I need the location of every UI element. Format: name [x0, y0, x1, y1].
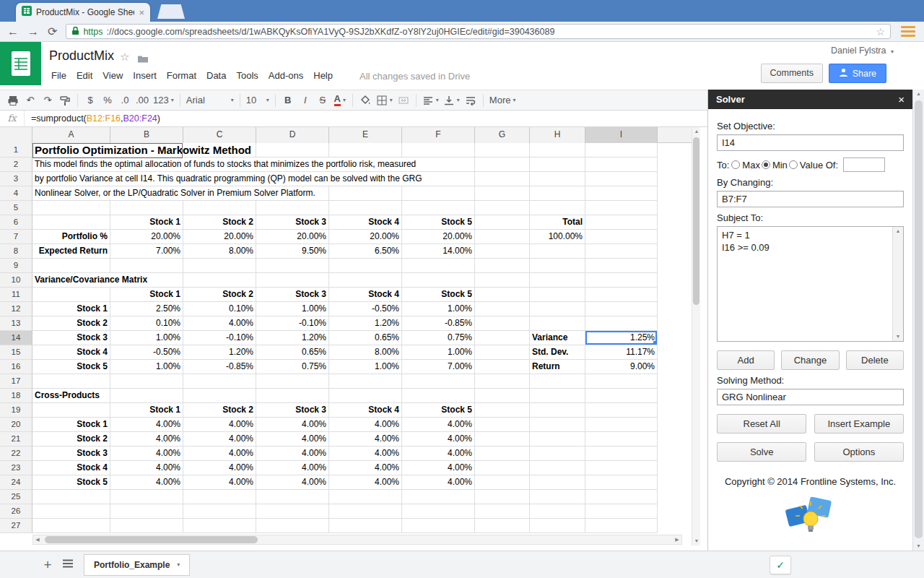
cell-C25[interactable] [183, 490, 256, 504]
comments-button[interactable]: Comments [761, 64, 823, 83]
cell-E8[interactable]: 6.50% [329, 244, 402, 259]
row-header-10[interactable]: 10 [0, 273, 32, 288]
redo-icon[interactable]: ↷ [39, 92, 56, 108]
cell-F8[interactable]: 14.00% [402, 244, 475, 259]
scroll-up-icon[interactable]: ▲ [913, 90, 924, 98]
value-of-input[interactable] [843, 158, 885, 172]
cell-I23[interactable] [585, 461, 658, 475]
increase-decimal-button[interactable]: .00 [134, 92, 151, 108]
cell-G18[interactable] [475, 389, 530, 403]
cell-E12[interactable]: -0.50% [329, 302, 402, 316]
cell-B21[interactable]: 4.00% [110, 432, 183, 447]
cell-H17[interactable] [530, 374, 585, 389]
cell-D27[interactable] [256, 519, 329, 533]
cell-H6[interactable]: Total [530, 215, 585, 230]
constraints-list[interactable]: H7 = 1I16 >= 0.09 ▲ ▼ [717, 226, 904, 342]
cell-D11[interactable]: Stock 3 [256, 288, 329, 302]
user-menu[interactable]: Daniel Fylstra ▾ [831, 46, 894, 56]
cell-F18[interactable] [402, 389, 475, 403]
decrease-decimal-button[interactable]: .0 [116, 92, 134, 108]
row-header-23[interactable]: 23 [0, 461, 32, 475]
print-icon[interactable] [4, 92, 22, 108]
cell-H16[interactable]: Return [530, 360, 585, 374]
text-color-button[interactable]: A▾ [331, 92, 349, 108]
cell-C14[interactable]: -0.10% [183, 331, 256, 345]
cell-H5[interactable] [530, 201, 585, 215]
cell-C19[interactable]: Stock 2 [183, 403, 256, 418]
cell-E26[interactable] [329, 504, 402, 519]
cell-F1[interactable] [402, 143, 475, 158]
cell-I27[interactable] [585, 519, 658, 533]
cell-F9[interactable] [402, 259, 475, 273]
menu-view[interactable]: View [97, 68, 128, 83]
cell-C21[interactable]: 4.00% [183, 432, 256, 447]
cell-C24[interactable]: 4.00% [183, 475, 256, 490]
cell-F21[interactable]: 4.00% [402, 432, 475, 447]
cell-B16[interactable]: 1.00% [110, 360, 183, 374]
row-header-20[interactable]: 20 [0, 418, 32, 432]
cell-H10[interactable] [530, 273, 585, 288]
cell-E18[interactable] [329, 389, 402, 403]
cell-C15[interactable]: 1.20% [183, 345, 256, 360]
cell-F10[interactable] [402, 273, 475, 288]
cell-I13[interactable] [585, 316, 658, 331]
cell-H3[interactable] [530, 172, 585, 186]
cell-C7[interactable]: 20.00% [183, 230, 256, 244]
column-header-B[interactable]: B [110, 127, 183, 143]
cell-A23[interactable]: Stock 4 [32, 461, 110, 475]
row-header-3[interactable]: 3 [0, 172, 32, 186]
cell-G26[interactable] [475, 504, 530, 519]
cell-A2[interactable]: This model finds the optimal allocation … [32, 158, 110, 172]
more-formats-button[interactable]: 123▾ [151, 92, 176, 108]
cell-E7[interactable]: 20.00% [329, 230, 402, 244]
cell-A5[interactable] [32, 201, 110, 215]
cell-B11[interactable]: Stock 1 [110, 288, 183, 302]
undo-icon[interactable]: ↶ [22, 92, 39, 108]
row-header-19[interactable]: 19 [0, 403, 32, 418]
cell-H15[interactable]: Std. Dev. [530, 345, 585, 360]
fill-color-icon[interactable] [357, 92, 374, 108]
cell-C17[interactable] [183, 374, 256, 389]
menu-format[interactable]: Format [162, 68, 201, 83]
cell-G3[interactable] [475, 172, 530, 186]
cell-G12[interactable] [475, 302, 530, 316]
cell-I5[interactable] [585, 201, 658, 215]
cell-E19[interactable]: Stock 4 [329, 403, 402, 418]
row-header-17[interactable]: 17 [0, 374, 32, 389]
cell-E25[interactable] [329, 490, 402, 504]
cell-I15[interactable]: 11.17% [585, 345, 658, 360]
cell-I12[interactable] [585, 302, 658, 316]
cell-E27[interactable] [329, 519, 402, 533]
horizontal-align-icon[interactable]: ▾ [420, 92, 441, 108]
cell-F16[interactable]: 7.00% [402, 360, 475, 374]
all-sheets-icon[interactable] [58, 558, 78, 571]
cell-G22[interactable] [475, 447, 530, 461]
cell-C10[interactable] [183, 273, 256, 288]
column-header-F[interactable]: F [402, 127, 475, 143]
cell-A14[interactable]: Stock 3 [32, 331, 110, 345]
row-header-11[interactable]: 11 [0, 288, 32, 302]
format-percent-button[interactable]: % [99, 92, 116, 108]
scroll-down-icon[interactable]: ▼ [893, 332, 903, 341]
cell-C23[interactable]: 4.00% [183, 461, 256, 475]
cell-H4[interactable] [530, 186, 585, 201]
cell-G5[interactable] [475, 201, 530, 215]
borders-icon[interactable]: ▾ [374, 92, 395, 108]
cell-I2[interactable] [585, 158, 658, 172]
forward-icon[interactable]: → [27, 26, 39, 38]
row-header-26[interactable]: 26 [0, 504, 32, 519]
cell-A17[interactable] [32, 374, 110, 389]
browser-tab[interactable]: ProductMix - Google Shee × [16, 3, 150, 22]
cell-B14[interactable]: 1.00% [110, 331, 183, 345]
row-header-12[interactable]: 12 [0, 302, 32, 316]
cell-H9[interactable] [530, 259, 585, 273]
grid-horizontal-scrollbar[interactable]: ◀ ▶ [32, 535, 682, 545]
cell-A15[interactable]: Stock 4 [32, 345, 110, 360]
cell-C18[interactable] [183, 389, 256, 403]
cell-B12[interactable]: 2.50% [110, 302, 183, 316]
cell-F17[interactable] [402, 374, 475, 389]
solving-method-select[interactable] [717, 389, 904, 405]
row-header-7[interactable]: 7 [0, 230, 32, 244]
cell-D15[interactable]: 0.65% [256, 345, 329, 360]
cell-I19[interactable] [585, 403, 658, 418]
